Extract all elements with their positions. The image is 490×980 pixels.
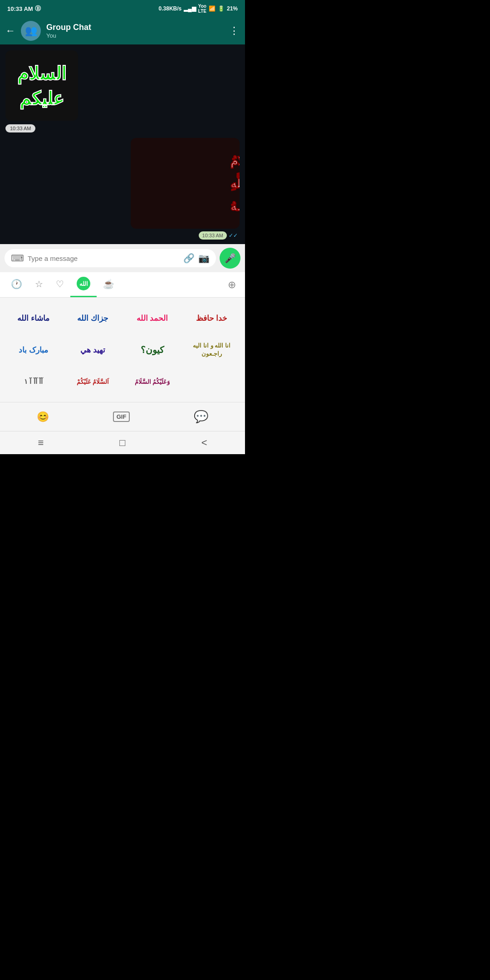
sticker-grid: ماشاء الله جزاك الله الحمد الله خدا حافظ…	[0, 298, 245, 402]
sticker-assalamu-alaikum[interactable]: اَلسَّلَامُ عَلَيْكُمْ	[63, 366, 122, 397]
svg-text:وَعَلَيْكُمُ السَّلَامُ: وَعَلَيْكُمُ السَّلَامُ	[230, 152, 240, 168]
battery-level: 21%	[227, 5, 238, 12]
status-bar: 10:33 AM Ⓑ 0.38KB/s ▂▄▆ YooLTE 📶 🔋 21%	[0, 0, 245, 17]
nav-back-icon[interactable]: <	[201, 437, 207, 449]
network-speed: 0.38KB/s	[159, 5, 182, 12]
svg-rect-3	[131, 138, 240, 229]
status-time: 10:33 AM	[7, 5, 33, 12]
emoji-panel: 🕐 ☆ ♡ الله ☕ ⊕ ماشاء الله جزاك الله الحم…	[0, 272, 245, 431]
received-sticker-row: السلام عليكم 10:33 AM	[5, 49, 240, 132]
camera-icon[interactable]: 📷	[198, 253, 210, 264]
attach-icon[interactable]: 🔗	[183, 253, 195, 264]
sticker-innalillah[interactable]: انا الله و انا اليهراجـعون	[182, 334, 241, 366]
input-wrapper: ⌨ 🔗 📷	[5, 249, 216, 267]
sticker-alhamdullilah[interactable]: الحمد الله	[122, 302, 182, 334]
emoji-icon[interactable]: 😊	[28, 408, 58, 426]
chat-subtitle: You	[46, 32, 224, 39]
wifi-icon: 📶	[209, 5, 216, 12]
avatar-icon: 👥	[25, 25, 37, 37]
nav-home-icon[interactable]: □	[119, 437, 125, 449]
nav-menu-icon[interactable]: ≡	[38, 437, 44, 449]
menu-button[interactable]: ⋮	[229, 25, 240, 37]
bottom-icon-bar: 😊 GIF 💬	[0, 402, 245, 431]
sticker-empty	[182, 366, 241, 397]
gif-button[interactable]: GIF	[113, 412, 130, 422]
mic-button[interactable]: 🎤	[220, 248, 240, 269]
lte-icon: YooLTE	[198, 4, 206, 14]
sticker-taheedhay[interactable]: تهيد هي	[63, 334, 122, 366]
sticker-walaikum[interactable]: وَعَلَيْكُمُ السَّلَامُ	[122, 366, 182, 397]
tab-recent[interactable]: 🕐	[5, 273, 29, 296]
svg-rect-0	[5, 50, 78, 121]
sticker-jazakallah[interactable]: جزاك الله	[63, 302, 122, 334]
tab-islamic[interactable]: الله	[70, 272, 97, 297]
sticker-khudahafiz[interactable]: خدا حافظ	[182, 302, 241, 334]
tab-misc[interactable]: ☕	[97, 273, 121, 296]
sticker-mubarakbad[interactable]: مبارک باد	[4, 334, 63, 366]
mic-icon: 🎤	[225, 253, 236, 264]
header-info: Group Chat You	[46, 23, 224, 39]
status-indicators: 0.38KB/s ▂▄▆ YooLTE 📶 🔋 21%	[159, 4, 238, 14]
received-sticker-time: 10:33 AM	[5, 124, 35, 132]
message-input[interactable]	[28, 255, 180, 262]
status-b-icon: Ⓑ	[35, 5, 41, 13]
sent-sticker-time: 10:33 AM	[199, 231, 227, 240]
received-sticker-img: السلام عليكم	[5, 49, 78, 122]
chat-area: السلام عليكم 10:33 AM وَعَلَيْكُمُ السَّ…	[0, 44, 245, 244]
sticker-icon[interactable]: 💬	[185, 407, 217, 426]
sticker-kyun[interactable]: كيون؟	[122, 334, 182, 366]
svg-text:عليكم: عليكم	[20, 88, 64, 109]
received-sticker-bubble: السلام عليكم	[5, 49, 78, 122]
chat-header: ← 👥 Group Chat You ⋮	[0, 17, 245, 44]
sent-sticker-bubble: وَعَلَيْكُمُ السَّلَامُ وَرَحْمَـةُ اللَ…	[131, 138, 240, 230]
keyboard-toggle-icon[interactable]: ⌨	[11, 253, 24, 264]
svg-text:السلام: السلام	[17, 64, 66, 84]
group-avatar[interactable]: 👥	[21, 21, 41, 41]
tab-hearts[interactable]: ♡	[49, 273, 70, 296]
battery-icon: 🔋	[218, 5, 225, 12]
sticker-arabic1[interactable]: آآ آآ آ ١	[4, 366, 63, 397]
nav-bar: ≡ □ <	[0, 431, 245, 454]
sent-sticker-row: وَعَلَيْكُمُ السَّلَامُ وَرَحْمَـةُ اللَ…	[5, 138, 240, 240]
svg-text:وَبَرَكَاتُـهُ: وَبَرَكَاتُـهُ	[230, 200, 240, 214]
back-button[interactable]: ←	[5, 25, 15, 37]
tab-favorites[interactable]: ☆	[29, 273, 49, 296]
signal-bars: ▂▄▆	[184, 5, 196, 12]
sent-tick-icon: ✓✓	[229, 232, 238, 239]
status-time-group: 10:33 AM Ⓑ	[7, 5, 41, 13]
sticker-mashallah[interactable]: ماشاء الله	[4, 302, 63, 334]
input-bar: ⌨ 🔗 📷 🎤	[0, 244, 245, 272]
chat-title: Group Chat	[46, 23, 224, 32]
add-sticker-pack-button[interactable]: ⊕	[223, 274, 240, 295]
emoji-tabs: 🕐 ☆ ♡ الله ☕ ⊕	[0, 272, 245, 298]
